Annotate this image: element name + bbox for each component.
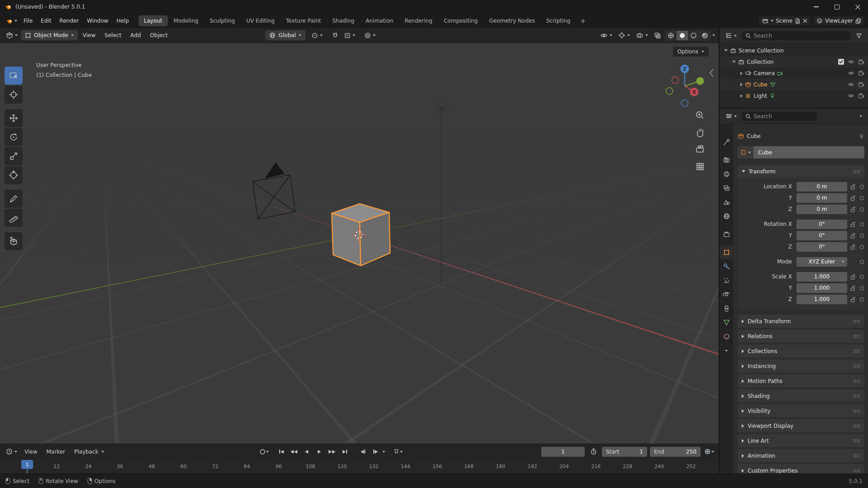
- snap-target-button[interactable]: [342, 30, 358, 41]
- collapsed-panel-header[interactable]: Custom Properties: [738, 464, 864, 474]
- value-field[interactable]: 0 m: [796, 205, 847, 214]
- collapsed-panel-header[interactable]: Visibility: [738, 404, 864, 417]
- collapsed-panel-header[interactable]: Shading: [738, 389, 864, 402]
- tab-render[interactable]: [720, 153, 733, 167]
- outliner-row-collection[interactable]: Collection: [720, 56, 868, 67]
- toggle-ortho-button[interactable]: [697, 163, 703, 170]
- snap-toggle-button[interactable]: [329, 30, 341, 41]
- shading-solid-button[interactable]: [677, 31, 688, 40]
- collapsed-panel-header[interactable]: Relations: [738, 330, 864, 343]
- properties-editor-type-button[interactable]: [723, 111, 739, 121]
- tab-material[interactable]: [720, 330, 733, 344]
- tab-layout[interactable]: Layout: [138, 15, 168, 26]
- options-button[interactable]: Options: [673, 47, 709, 57]
- tab-constraints[interactable]: [720, 301, 733, 316]
- tab-world[interactable]: [720, 209, 733, 223]
- panel-drag-grip[interactable]: [853, 394, 860, 397]
- timeline-menu-view[interactable]: View: [20, 447, 41, 457]
- lock-icon[interactable]: [850, 274, 855, 280]
- tab-tool[interactable]: [720, 135, 733, 149]
- tab-shading[interactable]: Shading: [327, 15, 360, 26]
- timeline-snap-button[interactable]: [392, 447, 404, 457]
- collapsed-panel-header[interactable]: Delta Transform: [738, 315, 864, 328]
- unlink-scene-icon[interactable]: [803, 19, 807, 23]
- menu-file[interactable]: File: [19, 16, 37, 26]
- value-field[interactable]: 1.000: [796, 283, 847, 293]
- outliner-row-cube[interactable]: Cube: [720, 79, 868, 90]
- render-visibility-icon[interactable]: [858, 59, 864, 65]
- play-reverse-button[interactable]: [301, 447, 313, 457]
- zoom-button[interactable]: [696, 112, 703, 119]
- jump-to-start-button[interactable]: [276, 447, 287, 457]
- light-object[interactable]: [434, 102, 449, 117]
- close-button[interactable]: [847, 0, 868, 14]
- gizmo-neg-z-ball[interactable]: [682, 100, 688, 107]
- animate-dot[interactable]: [860, 207, 864, 211]
- view-layer-name[interactable]: ViewLayer: [825, 18, 853, 24]
- tab-rendering[interactable]: Rendering: [399, 15, 438, 26]
- animate-dot[interactable]: [860, 275, 864, 279]
- minimize-button[interactable]: [806, 0, 826, 14]
- play-button[interactable]: [314, 447, 325, 457]
- panel-drag-grip[interactable]: [853, 170, 860, 173]
- tab-physics[interactable]: [720, 287, 733, 301]
- tab-strip-more-icon[interactable]: [725, 350, 728, 352]
- show-overlays-button[interactable]: [634, 30, 650, 41]
- mode-dropdown[interactable]: Object Mode: [21, 30, 78, 40]
- pin-icon[interactable]: [858, 134, 864, 139]
- animate-dot[interactable]: [860, 222, 864, 226]
- lock-icon[interactable]: [850, 244, 855, 250]
- show-gizmo-button[interactable]: [616, 30, 632, 41]
- tab-modifiers[interactable]: [720, 259, 733, 273]
- tool-annotate[interactable]: [5, 190, 23, 208]
- tab-object-data[interactable]: [720, 316, 733, 330]
- outliner-editor-type-button[interactable]: [723, 30, 739, 41]
- viewport-menu-select[interactable]: Select: [100, 30, 125, 40]
- disclosure-icon[interactable]: [740, 94, 743, 98]
- dropdown-arrow-icon[interactable]: [771, 20, 773, 22]
- value-field[interactable]: 1.000: [796, 272, 847, 282]
- animate-dot[interactable]: [860, 245, 864, 249]
- shading-material-button[interactable]: [688, 31, 699, 40]
- playback-sync-button[interactable]: [703, 447, 715, 457]
- tab-compositing[interactable]: Compositing: [438, 15, 483, 26]
- new-scene-icon[interactable]: [795, 18, 801, 24]
- panel-drag-grip[interactable]: [853, 364, 860, 368]
- collapsed-panel-header[interactable]: Line Art: [738, 434, 864, 447]
- animate-dot[interactable]: [860, 196, 864, 200]
- transform-panel-header[interactable]: Transform: [738, 165, 864, 177]
- render-visibility-icon[interactable]: [858, 71, 864, 76]
- panel-drag-grip[interactable]: [853, 454, 860, 457]
- toggle-xray-button[interactable]: [652, 30, 663, 41]
- outliner-row-camera[interactable]: Camera: [720, 67, 868, 79]
- hide-eye-icon[interactable]: [848, 59, 854, 65]
- disclosure-icon[interactable]: [732, 61, 736, 63]
- camera-view-button[interactable]: [696, 145, 703, 152]
- tab-modeling[interactable]: Modeling: [168, 15, 204, 26]
- maximize-button[interactable]: [826, 0, 847, 14]
- hide-eye-icon[interactable]: [848, 70, 854, 76]
- value-field[interactable]: 1.000: [796, 295, 847, 304]
- panel-drag-grip[interactable]: [853, 409, 860, 412]
- animate-dot[interactable]: [860, 297, 864, 301]
- copy-view-layer-icon[interactable]: [855, 18, 861, 24]
- scene-icon[interactable]: [762, 18, 768, 24]
- current-frame-field[interactable]: 1: [541, 447, 585, 457]
- view-layer-icon[interactable]: [816, 18, 823, 24]
- jump-to-next-keyframe-button[interactable]: [326, 447, 338, 457]
- proportional-editing-button[interactable]: [362, 30, 378, 41]
- properties-options-button[interactable]: [857, 114, 864, 119]
- object-name-field[interactable]: Cube: [754, 146, 864, 158]
- tab-uv-editing[interactable]: UV Editing: [241, 15, 280, 26]
- shading-wireframe-button[interactable]: [665, 31, 677, 40]
- tab-scripting[interactable]: Scripting: [541, 15, 576, 26]
- disclosure-icon[interactable]: [740, 83, 743, 86]
- menu-edit[interactable]: Edit: [37, 16, 55, 26]
- collapsed-panel-header[interactable]: Viewport Display: [738, 419, 864, 432]
- tool-select-box[interactable]: [5, 67, 23, 85]
- tab-particles[interactable]: [720, 273, 733, 287]
- viewport-canvas[interactable]: Z X User Perspective (1) Collec: [0, 43, 719, 444]
- jump-to-prev-keyframe-button[interactable]: [288, 447, 300, 457]
- start-frame-field[interactable]: Start 1: [602, 447, 647, 457]
- hide-eye-icon[interactable]: [848, 93, 854, 99]
